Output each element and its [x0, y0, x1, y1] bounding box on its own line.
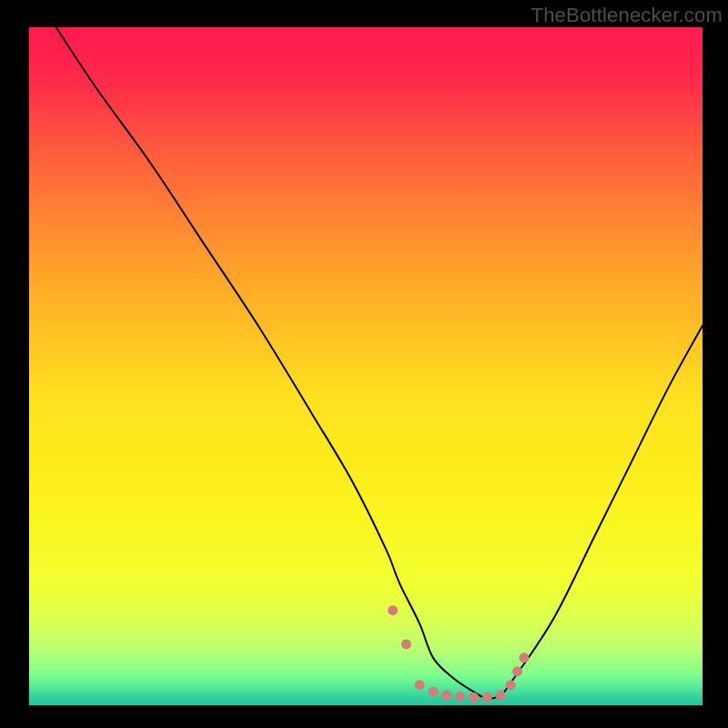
marker-point: [519, 652, 529, 662]
marker-point: [469, 693, 479, 703]
gradient-background: [29, 27, 703, 705]
marker-point: [512, 666, 522, 676]
marker-point: [506, 680, 516, 690]
chart-svg: [0, 0, 728, 728]
watermark-text: TheBottlenecker.com: [531, 4, 723, 27]
marker-point: [429, 687, 439, 697]
marker-point: [401, 639, 411, 649]
marker-point: [455, 692, 465, 702]
marker-point: [388, 605, 398, 615]
chart-container: TheBottlenecker.com: [0, 0, 728, 728]
marker-point: [482, 693, 492, 703]
marker-point: [441, 690, 451, 700]
marker-point: [415, 680, 425, 690]
marker-point: [496, 690, 506, 700]
